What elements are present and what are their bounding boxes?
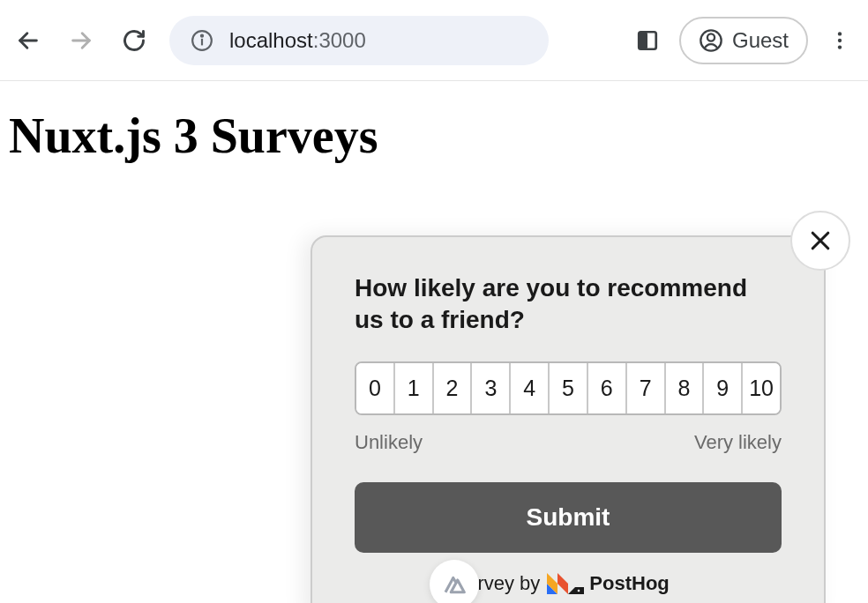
guest-label: Guest (732, 28, 789, 53)
nav-button-group (14, 26, 148, 55)
submit-button[interactable]: Submit (355, 482, 782, 553)
posthog-brand-text: PostHog (589, 572, 669, 595)
survey-question: How likely are you to recommend us to a … (355, 272, 782, 337)
rating-label-low: Unlikely (355, 431, 423, 454)
nuxt-icon (441, 571, 468, 598)
forward-button[interactable] (67, 26, 95, 55)
rating-7[interactable]: 7 (627, 363, 666, 413)
rating-3[interactable]: 3 (472, 363, 511, 413)
nuxt-badge[interactable] (430, 560, 479, 603)
posthog-brand[interactable]: PostHog (547, 572, 669, 595)
arrow-right-icon (69, 28, 94, 53)
info-icon (191, 29, 213, 52)
browser-toolbar: localhost:3000 Guest (0, 0, 868, 81)
rating-2[interactable]: 2 (434, 363, 473, 413)
close-button[interactable] (790, 211, 850, 271)
url-text: localhost:3000 (229, 28, 366, 53)
arrow-left-icon (16, 28, 41, 53)
rating-6[interactable]: 6 (588, 363, 627, 413)
menu-button[interactable] (826, 26, 854, 55)
dots-vertical-icon (828, 29, 851, 52)
page-title: Nuxt.js 3 Surveys (9, 108, 859, 164)
user-icon (699, 28, 723, 53)
url-bar[interactable]: localhost:3000 (169, 16, 549, 65)
right-controls: Guest (633, 17, 854, 64)
rating-4[interactable]: 4 (511, 363, 550, 413)
close-icon (807, 227, 834, 254)
reload-icon (122, 28, 146, 53)
survey-footer: urvey by PostHog (355, 572, 782, 595)
panel-icon (636, 29, 659, 52)
posthog-logo-icon (547, 573, 584, 594)
back-button[interactable] (14, 26, 42, 55)
svg-point-11 (838, 45, 842, 48)
rating-9[interactable]: 9 (704, 363, 743, 413)
svg-point-9 (838, 32, 842, 35)
guest-profile-button[interactable]: Guest (679, 17, 808, 64)
rating-5[interactable]: 5 (550, 363, 588, 413)
rating-0[interactable]: 0 (356, 363, 395, 413)
rating-row: 0 1 2 3 4 5 6 7 8 9 10 (355, 361, 782, 415)
page-content: Nuxt.js 3 Surveys How likely are you to … (0, 81, 868, 190)
svg-rect-6 (639, 32, 647, 49)
svg-point-10 (838, 38, 842, 41)
rating-8[interactable]: 8 (666, 363, 705, 413)
panel-toggle-button[interactable] (633, 26, 662, 55)
svg-point-4 (201, 34, 203, 36)
svg-point-14 (578, 589, 580, 592)
rating-labels: Unlikely Very likely (355, 431, 782, 454)
reload-button[interactable] (120, 26, 148, 55)
rating-10[interactable]: 10 (743, 363, 780, 413)
svg-point-8 (707, 34, 715, 41)
rating-1[interactable]: 1 (395, 363, 434, 413)
survey-card: How likely are you to recommend us to a … (311, 235, 826, 603)
rating-label-high: Very likely (694, 431, 782, 454)
